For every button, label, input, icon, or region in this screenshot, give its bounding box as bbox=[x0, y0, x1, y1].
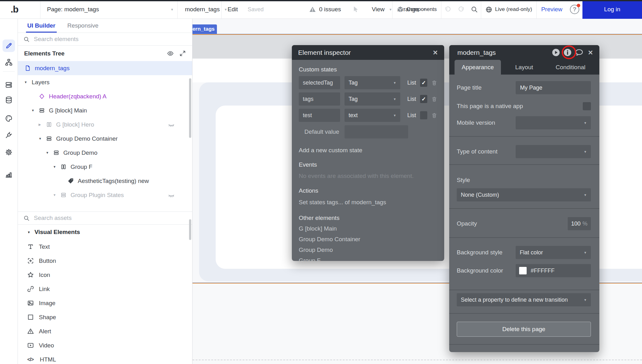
mobile-version-dropdown[interactable]: ▼ bbox=[516, 116, 591, 129]
rail-item-design[interactable] bbox=[3, 39, 15, 52]
page-selector-dropdown[interactable]: Page: modern_tags ▼ bbox=[47, 0, 174, 19]
tab-appearance[interactable]: Appearance bbox=[455, 60, 501, 75]
tab-ui-builder[interactable]: UI Builder bbox=[27, 19, 55, 33]
eye-closed-icon[interactable] bbox=[168, 192, 175, 198]
play-icon[interactable] bbox=[552, 48, 560, 57]
tree-item-aesthetictags-testing-new[interactable]: AestheticTags(testing) new bbox=[18, 174, 192, 188]
bubble-logo[interactable]: .b bbox=[5, 0, 24, 19]
rail-item-data[interactable] bbox=[3, 79, 15, 91]
asset-item-video[interactable]: Video bbox=[18, 338, 192, 352]
tree-item-group-f[interactable]: ▼Group F bbox=[18, 160, 192, 174]
delete-page-button[interactable]: Delete this page bbox=[457, 322, 591, 337]
other-element-g-block-main[interactable]: G [block] Main bbox=[299, 225, 437, 232]
state-name-input[interactable] bbox=[299, 92, 340, 106]
eye-closed-icon[interactable] bbox=[168, 121, 175, 128]
visual-elements-section[interactable]: ▼ Visual Elements bbox=[18, 225, 192, 240]
preview-button[interactable]: Preview bbox=[537, 0, 567, 19]
tree-item-g-block-hero[interactable]: ▶G [block] Hero bbox=[18, 117, 192, 132]
chevron-right-icon[interactable]: ▶ bbox=[39, 123, 46, 126]
chevron-down-icon[interactable]: ▼ bbox=[53, 165, 61, 169]
state-type-dropdown[interactable]: Tag▼ bbox=[345, 92, 400, 106]
asset-item-button[interactable]: Button bbox=[18, 254, 192, 268]
comment-icon[interactable] bbox=[575, 48, 583, 57]
edit-menu[interactable]: Edit bbox=[228, 0, 238, 19]
type-of-content-dropdown[interactable]: ▼ bbox=[516, 145, 591, 158]
cursor-tool[interactable] bbox=[352, 0, 359, 19]
style-dropdown[interactable]: None (Custom) ▼ bbox=[457, 188, 591, 201]
asset-item-alert[interactable]: Alert bbox=[18, 324, 192, 338]
asset-item-shape[interactable]: Shape bbox=[18, 310, 192, 324]
background-color-picker[interactable]: #FFFFFF bbox=[516, 264, 591, 277]
tab-conditional[interactable]: Conditional bbox=[547, 60, 594, 75]
tree-item-group-demo[interactable]: ▼Group Demo bbox=[18, 146, 192, 160]
rail-item-settings[interactable] bbox=[3, 146, 15, 159]
native-app-checkbox[interactable] bbox=[583, 102, 591, 110]
list-checkbox[interactable] bbox=[420, 111, 427, 119]
page-tab[interactable]: modern_tags bbox=[192, 24, 217, 34]
issues-indicator[interactable]: 0 issues bbox=[309, 0, 341, 19]
expand-icon[interactable] bbox=[179, 50, 186, 57]
rail-item-plugins[interactable] bbox=[3, 129, 15, 141]
asset-item-text[interactable]: Text bbox=[18, 240, 192, 254]
login-button[interactable]: Log in bbox=[582, 0, 642, 19]
property-editor-header[interactable]: modern_tags ✕ bbox=[449, 45, 599, 60]
components-button[interactable]: Components bbox=[392, 0, 441, 19]
tab-layout[interactable]: Layout bbox=[501, 60, 547, 75]
rail-item-logs[interactable] bbox=[3, 168, 15, 181]
rail-item-database[interactable] bbox=[3, 94, 15, 106]
state-name-input[interactable] bbox=[299, 109, 340, 122]
assets-search[interactable] bbox=[18, 211, 192, 225]
trash-icon[interactable] bbox=[431, 80, 437, 86]
state-type-dropdown[interactable]: text▼ bbox=[345, 109, 400, 122]
search-button[interactable] bbox=[468, 0, 481, 19]
chevron-down-icon[interactable]: ▼ bbox=[46, 151, 53, 154]
other-element-group-demo[interactable]: Group Demo bbox=[299, 247, 437, 253]
asset-item-html[interactable]: </>HTML bbox=[18, 352, 192, 364]
live-environment-selector[interactable]: Live (read-only) bbox=[481, 0, 536, 19]
help-button[interactable]: ? bbox=[567, 0, 582, 19]
other-element-group-demo-container[interactable]: Group Demo Container bbox=[299, 236, 437, 243]
state-name-input[interactable] bbox=[299, 76, 340, 89]
action-item[interactable]: Set states tags... of modern_tags bbox=[299, 199, 437, 206]
asset-item-icon[interactable]: Icon bbox=[18, 268, 192, 282]
search-assets-input[interactable] bbox=[34, 215, 187, 221]
chevron-down-icon[interactable]: ▼ bbox=[39, 137, 46, 140]
opacity-input[interactable]: 100 % bbox=[568, 217, 591, 230]
trash-icon[interactable] bbox=[431, 112, 437, 119]
element-inspector-header[interactable]: Element inspector ✕ bbox=[292, 45, 444, 60]
tree-item-group-plugin-states[interactable]: ▼Group Plugin States bbox=[18, 188, 192, 202]
chevron-down-icon[interactable]: ▼ bbox=[31, 109, 39, 112]
info-icon[interactable] bbox=[563, 48, 572, 57]
background-style-dropdown[interactable]: Flat color ▼ bbox=[516, 246, 591, 259]
asset-item-image[interactable]: Image bbox=[18, 296, 192, 310]
tab-responsive[interactable]: Responsive bbox=[67, 19, 98, 33]
tree-item-header-zqbackend-a[interactable]: Header(zqbackend) A bbox=[18, 89, 192, 103]
tree-item-g-block-main[interactable]: ▼G [block] Main bbox=[18, 103, 192, 117]
tree-scrollbar[interactable] bbox=[189, 78, 191, 138]
transition-dropdown[interactable]: Select a property to define a new transi… bbox=[457, 293, 591, 306]
redo-button[interactable] bbox=[455, 0, 468, 19]
add-custom-state-link[interactable]: Add a new custom state bbox=[299, 147, 437, 154]
list-checkbox[interactable]: ✓ bbox=[420, 79, 427, 87]
chevron-down-icon[interactable]: ▼ bbox=[53, 193, 61, 197]
close-icon[interactable]: ✕ bbox=[588, 49, 593, 56]
tree-item-modern-tags-selected[interactable]: modern_tags bbox=[18, 61, 192, 75]
asset-item-link[interactable]: Link bbox=[18, 282, 192, 296]
eye-icon[interactable] bbox=[167, 50, 174, 57]
undo-button[interactable] bbox=[441, 0, 455, 19]
default-value-input[interactable] bbox=[345, 125, 408, 138]
elements-search[interactable] bbox=[18, 33, 192, 46]
state-type-dropdown[interactable]: Tag▼ bbox=[345, 76, 400, 89]
rail-item-workflow[interactable] bbox=[3, 56, 15, 69]
view-menu[interactable]: View ▼ bbox=[372, 0, 392, 19]
trash-icon[interactable] bbox=[431, 96, 437, 102]
search-elements-input[interactable] bbox=[34, 36, 187, 43]
element-selector-dropdown[interactable]: modern_tags ▼ bbox=[185, 0, 216, 19]
list-checkbox[interactable]: ✓ bbox=[420, 95, 427, 103]
other-element-group-f[interactable]: Group F bbox=[299, 257, 437, 261]
page-title-input[interactable] bbox=[516, 81, 591, 94]
tree-item-group-demo-container[interactable]: ▼Group Demo Container bbox=[18, 132, 192, 146]
rail-item-styles[interactable] bbox=[3, 112, 15, 125]
chevron-down-icon[interactable]: ▼ bbox=[24, 81, 32, 84]
close-icon[interactable]: ✕ bbox=[433, 49, 438, 56]
